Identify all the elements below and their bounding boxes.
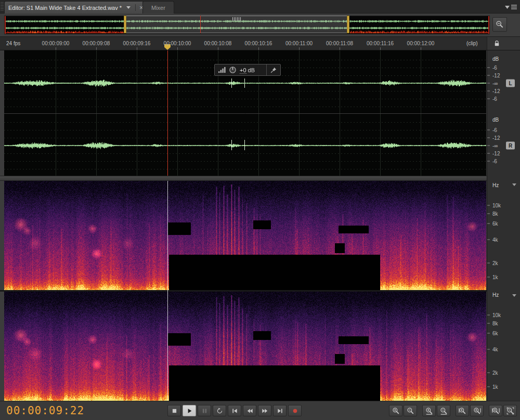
ruler-tick xyxy=(218,47,218,50)
clip-indicator-label: (clip) xyxy=(466,41,478,46)
ruler-timecode-label: 00:00:11:16 xyxy=(367,41,394,46)
rewind-button[interactable] xyxy=(243,405,256,416)
scale-value-label: -12 xyxy=(492,88,500,94)
scale-tick xyxy=(487,373,490,373)
fast-forward-icon xyxy=(262,408,268,414)
zoom-out-time-button[interactable] xyxy=(437,405,450,416)
pause-button[interactable] xyxy=(198,405,211,416)
chevron-down-icon[interactable] xyxy=(126,6,131,9)
waveform-spectral-splitter[interactable] xyxy=(0,176,487,181)
scale-column[interactable]: dB-6-12-∞-12-6dB-6-12-∞-12-6Hz10k8k6k4k2… xyxy=(487,50,520,401)
editor-display-area: +0 dB dB-6-12-∞-12-6dB-6-12-∞-12-6Hz10k8… xyxy=(0,50,520,401)
scale-unit-label: dB xyxy=(492,117,499,123)
zoom-to-selection-button[interactable] xyxy=(489,405,502,416)
volume-knob-icon[interactable] xyxy=(229,66,237,74)
pin-icon[interactable] xyxy=(270,67,277,74)
scale-tick xyxy=(487,146,490,146)
scale-tick xyxy=(487,315,490,316)
spectral-scale-menu-icon[interactable] xyxy=(512,183,516,186)
loop-playback-icon xyxy=(216,408,223,414)
zoom-out-full-button[interactable] xyxy=(503,405,517,416)
skip-to-previous-button[interactable] xyxy=(228,405,241,416)
ruler-tick xyxy=(258,47,259,50)
menu-lines-icon xyxy=(511,4,517,10)
ruler-tick xyxy=(421,47,421,50)
ruler-timecode-label: 00:00:11:08 xyxy=(326,41,353,46)
ruler-timecode-label: 00:00:09:16 xyxy=(123,41,151,46)
panel-menu-icon[interactable] xyxy=(505,3,517,10)
scale-tick xyxy=(487,224,490,224)
spectral-playhead-line xyxy=(167,181,168,401)
scale-value-label: -6 xyxy=(492,96,497,102)
zoom-in-button[interactable] xyxy=(389,405,402,416)
chevron-down-icon xyxy=(505,5,510,9)
zoom-in-time-button[interactable] xyxy=(422,405,436,416)
panel-tab-bar: Editor: S1 Main Wide Take 4 Extracted.wa… xyxy=(0,0,520,14)
scale-tick xyxy=(487,68,490,68)
tab-editor-label: Editor: S1 Main Wide Take 4 Extracted.wa… xyxy=(8,5,122,11)
fast-forward-button[interactable] xyxy=(258,405,271,416)
gain-value[interactable]: +0 xyxy=(240,67,246,74)
gain-readout: +0 dB xyxy=(240,67,255,73)
skip-to-next-button[interactable] xyxy=(273,405,287,416)
navigator-viewport-selection[interactable] xyxy=(124,16,349,33)
timeline-ruler[interactable]: 24 fps (clip) 00:00:09:0000:00:09:0800:0… xyxy=(0,36,520,50)
tab-mixer[interactable]: Mixer xyxy=(142,1,174,14)
viewport-grip-icon[interactable] xyxy=(232,17,241,21)
tab-mixer-label: Mixer xyxy=(151,5,165,11)
ruler-timecode-label: 00:00:10:00 xyxy=(164,41,191,46)
spectral-display-left[interactable] xyxy=(4,181,486,290)
ruler-tick xyxy=(177,47,178,50)
zoom-controls xyxy=(389,405,517,416)
zoom-out-icon xyxy=(407,407,414,415)
fps-label[interactable]: 24 fps xyxy=(6,41,20,46)
zoom-out-full-button[interactable] xyxy=(492,17,507,32)
magnifier-icon xyxy=(496,20,504,29)
volume-hud[interactable]: +0 dB xyxy=(214,64,281,76)
channel-badge-r[interactable]: R xyxy=(506,142,515,150)
zoom-to-selection-icon xyxy=(492,407,500,415)
scale-value-label: 10k xyxy=(492,203,501,208)
spectral-display-right[interactable] xyxy=(4,292,486,401)
scale-value-label: -12 xyxy=(492,73,500,78)
scale-value-label: 4k xyxy=(492,237,498,243)
record-button[interactable] xyxy=(288,405,302,416)
scale-value-label: 8k xyxy=(492,321,498,326)
transport-controls xyxy=(167,405,302,416)
zoom-in-out-point-button[interactable] xyxy=(470,405,484,416)
lock-icon[interactable] xyxy=(493,40,500,47)
scale-tick xyxy=(487,138,490,138)
scale-tick xyxy=(487,263,490,264)
current-time-display[interactable]: 00:00:09:22 xyxy=(6,404,84,417)
transport-bar: 00:00:09:22 xyxy=(0,401,520,420)
spectral-scale-menu-icon[interactable] xyxy=(512,294,516,297)
channel-badge-l[interactable]: L xyxy=(506,80,515,87)
tab-editor[interactable]: Editor: S1 Main Wide Take 4 Extracted.wa… xyxy=(4,1,148,14)
ruler-timecode-label: 00:00:11:00 xyxy=(285,41,313,46)
scale-tick xyxy=(487,214,490,214)
stop-icon xyxy=(171,408,178,414)
zoom-out-button[interactable] xyxy=(404,405,417,416)
panel-grip-icon[interactable] xyxy=(1,2,4,11)
stop-button[interactable] xyxy=(167,405,181,416)
ruler-tick xyxy=(56,47,56,50)
viewport-handle-right[interactable] xyxy=(347,16,349,33)
scale-tick xyxy=(487,277,490,278)
viewport-handle-left[interactable] xyxy=(124,16,126,33)
zoom-in-icon xyxy=(392,407,400,415)
scale-unit-label: dB xyxy=(492,56,499,62)
scale-value-label: -12 xyxy=(492,151,500,156)
record-icon xyxy=(292,408,298,414)
ruler-tick xyxy=(380,47,381,50)
scale-value-label: 2k xyxy=(492,260,498,266)
skip-to-previous-icon xyxy=(231,408,238,414)
loop-playback-button[interactable] xyxy=(213,405,226,416)
zoom-in-in-point-button[interactable] xyxy=(456,405,469,416)
scale-value-label: -6 xyxy=(492,65,497,71)
ruler-tick xyxy=(340,47,340,50)
scale-tick xyxy=(487,130,490,130)
scale-value-label: 8k xyxy=(492,211,498,217)
scale-tick xyxy=(487,99,490,99)
play-button[interactable] xyxy=(183,405,196,416)
hud-divider xyxy=(266,64,267,75)
